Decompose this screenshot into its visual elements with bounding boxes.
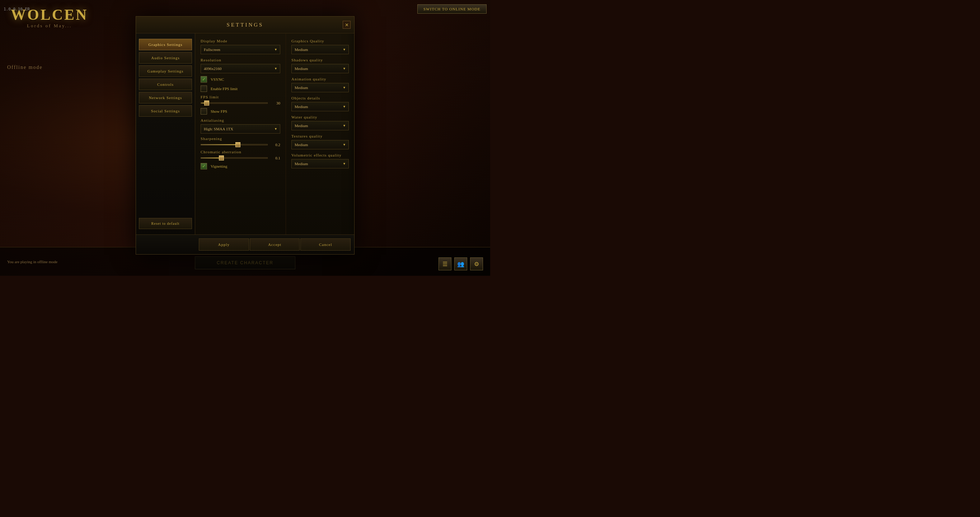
volumetric-label: Volumetric effects quality <box>291 153 349 157</box>
antialiasing-label: Antialiasing <box>200 118 280 123</box>
sidebar-item-social[interactable]: Social Settings <box>139 105 192 116</box>
apply-button[interactable]: Apply <box>199 238 249 251</box>
fps-limit-value: 30 <box>271 101 280 105</box>
accept-button[interactable]: Accept <box>250 238 300 251</box>
display-mode-select-wrapper: Fullscreen Windowed Borderless <box>200 45 280 54</box>
social-icon: 👥 <box>457 261 465 268</box>
sharpening-value: 0.2 <box>271 142 280 147</box>
vignetting-checkbox[interactable] <box>200 163 207 169</box>
vsync-row: VSYNC <box>200 76 280 83</box>
textures-quality-select[interactable]: Medium Low High <box>291 140 349 149</box>
show-fps-checkbox[interactable] <box>200 108 207 115</box>
textures-quality-label: Textures quality <box>291 134 349 138</box>
graphics-quality-select[interactable]: Medium Low High Ultra <box>291 45 349 54</box>
reset-to-default-button[interactable]: Reset to default <box>139 218 192 229</box>
sharpening-slider[interactable] <box>200 144 268 145</box>
vsync-checkbox[interactable] <box>200 76 207 83</box>
fps-limit-slider-container: 30 <box>200 101 280 105</box>
chromatic-fill <box>201 158 221 158</box>
water-quality-label: Water quality <box>291 115 349 119</box>
sidebar-item-audio[interactable]: Audio Settings <box>139 52 192 64</box>
fps-limit-slider[interactable] <box>200 102 268 104</box>
social-icon-button[interactable]: 👥 <box>454 257 467 270</box>
offline-status: You are playing in offline mode <box>7 260 57 264</box>
volumetric-select-wrapper: Medium Low High <box>291 159 349 168</box>
settings-icon-button[interactable]: ⚙ <box>470 257 483 270</box>
sidebar-item-graphics[interactable]: Graphics Settings <box>139 39 192 50</box>
resolution-select[interactable]: 4096x2160 1920x1080 2560x1440 <box>200 64 280 73</box>
sharpening-label: Sharpening <box>200 136 280 141</box>
vignetting-row: Vignetting <box>200 163 280 169</box>
resolution-label: Resolution <box>200 58 280 62</box>
display-mode-select[interactable]: Fullscreen Windowed Borderless <box>200 45 280 54</box>
settings-right-panel: Graphics Quality Medium Low High Ultra S… <box>286 34 354 235</box>
fps-limit-row: FPS limit 30 <box>200 95 280 105</box>
close-button[interactable]: ✕ <box>343 21 351 29</box>
volumetric-select[interactable]: Medium Low High <box>291 159 349 168</box>
dialog-title: Settings <box>227 22 264 28</box>
antialiasing-select[interactable]: High: SMAA 1TX Low: FXAA Medium: SMAA 1X… <box>200 124 280 134</box>
cancel-button[interactable]: Cancel <box>300 238 351 251</box>
water-quality-select[interactable]: Medium Low High <box>291 121 349 130</box>
sidebar-item-network[interactable]: Network Settings <box>139 92 192 104</box>
graphics-quality-label: Graphics Quality <box>291 39 349 43</box>
shadows-quality-label: Shadows quality <box>291 58 349 62</box>
animation-quality-select[interactable]: Medium Low High <box>291 83 349 92</box>
dialog-footer: Apply Accept Cancel <box>136 235 354 254</box>
water-quality-select-wrapper: Medium Low High <box>291 121 349 130</box>
sidebar-item-controls[interactable]: Controls <box>139 79 192 90</box>
character-icon-button[interactable]: ☰ <box>439 257 452 270</box>
chromatic-label: Chromatic aberration <box>200 150 280 154</box>
top-bar: 1.0.0.10_ER Switch to Online Mode <box>0 0 490 18</box>
shadows-quality-select[interactable]: Medium Low High <box>291 64 349 73</box>
show-fps-row: Show FPS <box>200 108 280 115</box>
enable-fps-label: Enable FPS limit <box>211 86 237 91</box>
dialog-body: Graphics Settings Audio Settings Gamepla… <box>136 34 354 235</box>
antialiasing-select-wrapper: High: SMAA 1TX Low: FXAA Medium: SMAA 1X… <box>200 124 280 134</box>
sidebar-item-gameplay[interactable]: Gameplay Settings <box>139 65 192 77</box>
animation-quality-label: Animation quality <box>291 77 349 81</box>
objects-details-select[interactable]: Medium Low High <box>291 102 349 111</box>
graphics-quality-select-wrapper: Medium Low High Ultra <box>291 45 349 54</box>
character-icon: ☰ <box>442 261 447 268</box>
vignetting-label: Vignetting <box>211 164 227 168</box>
shadows-quality-select-wrapper: Medium Low High <box>291 64 349 73</box>
offline-mode-label: Offline mode <box>7 65 43 70</box>
animation-quality-select-wrapper: Medium Low High <box>291 83 349 92</box>
version-label: 1.0.0.10_ER <box>3 7 30 11</box>
sharpening-row: Sharpening 0.2 <box>200 136 280 147</box>
objects-details-label: Objects details <box>291 96 349 100</box>
settings-sidebar: Graphics Settings Audio Settings Gamepla… <box>136 34 195 235</box>
bottom-right-icons: ☰ 👥 ⚙ <box>439 257 483 270</box>
switch-online-button[interactable]: Switch to Online Mode <box>417 4 487 14</box>
gear-icon: ⚙ <box>474 261 479 268</box>
sharpening-fill <box>201 144 237 145</box>
show-fps-label: Show FPS <box>211 109 227 113</box>
vsync-label: VSYNC <box>211 77 224 81</box>
chromatic-slider[interactable] <box>200 157 268 159</box>
fps-limit-fill <box>201 103 204 104</box>
enable-fps-checkbox[interactable] <box>200 85 207 92</box>
sharpening-slider-container: 0.2 <box>200 142 280 147</box>
chromatic-slider-container: 0.1 <box>200 156 280 160</box>
chromatic-thumb[interactable] <box>219 155 224 161</box>
textures-quality-select-wrapper: Medium Low High <box>291 140 349 149</box>
settings-left-panel: Display Mode Fullscreen Windowed Borderl… <box>195 34 286 235</box>
objects-details-select-wrapper: Medium Low High <box>291 102 349 111</box>
fps-limit-thumb[interactable] <box>204 101 209 105</box>
sharpening-thumb[interactable] <box>235 142 240 147</box>
chromatic-value: 0.1 <box>271 156 280 160</box>
settings-dialog: Settings ✕ Graphics Settings Audio Setti… <box>136 16 355 255</box>
fps-limit-label: FPS limit <box>200 95 280 99</box>
settings-content: Display Mode Fullscreen Windowed Borderl… <box>195 34 354 235</box>
resolution-select-wrapper: 4096x2160 1920x1080 2560x1440 <box>200 64 280 73</box>
dialog-header: Settings ✕ <box>136 16 354 34</box>
display-mode-label: Display Mode <box>200 39 280 43</box>
chromatic-row: Chromatic aberration 0.1 <box>200 150 280 160</box>
enable-fps-row: Enable FPS limit <box>200 85 280 92</box>
logo-subtitle: Lords of May... <box>11 23 88 29</box>
